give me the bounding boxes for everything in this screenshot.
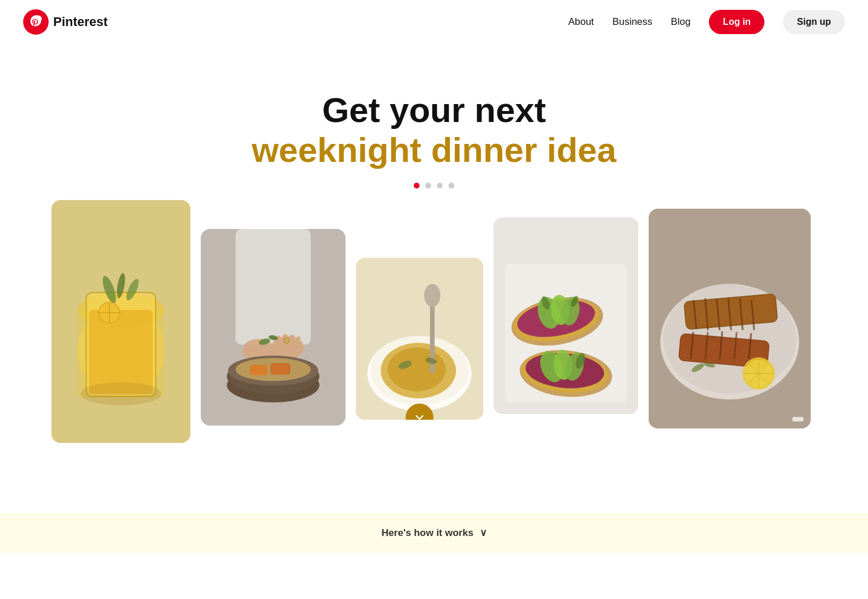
how-it-works-link[interactable]: Here's how it works ∨ <box>381 527 487 538</box>
svg-rect-27 <box>270 363 290 375</box>
hero-line1: Get your next <box>252 90 616 130</box>
how-it-works-text: Here's how it works <box>381 527 473 538</box>
logo-area[interactable]: Pinterest <box>23 9 108 35</box>
card-grilled-fish <box>649 209 811 428</box>
svg-rect-15 <box>236 229 311 345</box>
signup-button[interactable]: Sign up <box>783 10 845 34</box>
svg-point-35 <box>388 347 446 391</box>
dot-3[interactable] <box>437 183 443 188</box>
card-avocado-toast <box>494 217 638 414</box>
plate-image <box>356 258 483 420</box>
how-it-works-bar: Here's how it works ∨ <box>0 513 868 553</box>
hero-text-block: Get your next weeknight dinner idea <box>252 90 616 170</box>
avocado-toast-image <box>494 217 638 414</box>
dot-4[interactable] <box>448 183 454 188</box>
cooking-image <box>201 229 345 426</box>
svg-point-37 <box>424 284 440 307</box>
card-drink <box>52 200 190 443</box>
carousel-dots <box>414 183 454 188</box>
svg-point-13 <box>80 382 161 405</box>
nav-about[interactable]: About <box>568 16 594 28</box>
main-nav: About Business Blog Log in Sign up <box>568 10 845 34</box>
nav-business[interactable]: Business <box>612 16 652 28</box>
svg-rect-21 <box>296 337 300 348</box>
card-center-plate <box>356 258 483 420</box>
svg-rect-26 <box>250 365 267 375</box>
card-cooking <box>201 229 345 426</box>
svg-rect-20 <box>290 335 295 348</box>
login-button[interactable]: Log in <box>709 10 764 34</box>
drink-image <box>52 200 190 443</box>
chevron-down-small-icon: ∨ <box>480 527 487 538</box>
logo-text: Pinterest <box>53 14 108 29</box>
dot-2[interactable] <box>425 183 431 188</box>
fish-image <box>649 209 811 428</box>
svg-rect-6 <box>89 310 153 394</box>
nav-blog[interactable]: Blog <box>671 16 690 28</box>
dot-1[interactable] <box>414 183 420 188</box>
site-header: Pinterest About Business Blog Log in Sig… <box>0 0 868 44</box>
main-content: Get your next weeknight dinner idea <box>0 44 868 553</box>
hero-line2: weeknight dinner idea <box>252 130 616 170</box>
svg-point-30 <box>284 338 289 343</box>
save-badge <box>792 417 804 421</box>
chevron-down-icon <box>413 411 426 420</box>
pinterest-logo-icon <box>23 9 49 35</box>
